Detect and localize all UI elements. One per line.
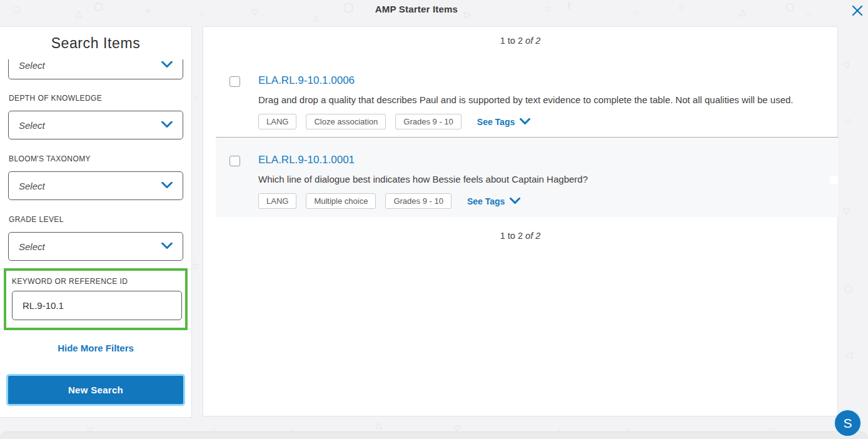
item-tags-row: LANG Multiple choice Grades 9 - 10 See T… bbox=[258, 193, 520, 209]
search-results-panel: 1 to 2 of 2 ELA.RL.9-10.1.0006 Drag and … bbox=[203, 26, 838, 416]
grade-level-select[interactable]: Select bbox=[8, 232, 183, 261]
see-tags-label: See Tags bbox=[477, 117, 515, 127]
tag-pill: Grades 9 - 10 bbox=[395, 114, 462, 129]
sidebar-title: Search Items bbox=[0, 35, 191, 52]
item-title-link[interactable]: ELA.RL.9-10.1.0001 bbox=[258, 154, 355, 166]
item-description: Drag and drop a quality that describes P… bbox=[258, 94, 794, 105]
avatar-initial: S bbox=[843, 416, 852, 431]
pagination-bottom: 1 to 2 of 2 bbox=[203, 231, 837, 241]
item-checkbox[interactable] bbox=[230, 76, 240, 87]
pagination-range: 1 to 2 bbox=[500, 36, 525, 46]
amp-starter-items-modal: □△⬡≈○▽△⬡▷□⌇○□△⬡□◁○▽⬡◁○▽□△▽○□⬡△□ AMP Star… bbox=[0, 0, 868, 439]
tag-pill: LANG bbox=[258, 193, 296, 209]
pattern-shape: △ bbox=[375, 420, 382, 429]
annotation-highlight-box: KEYWORD OR REFERENCE ID bbox=[4, 268, 188, 330]
chevron-down-icon bbox=[161, 119, 173, 131]
clipped-filter-select-viewport: Select bbox=[8, 59, 183, 80]
pagination-range: 1 to 2 bbox=[500, 231, 525, 241]
search-filters-sidebar: Search Items Select DEPTH OF KNOWLEDGE S… bbox=[0, 26, 192, 418]
see-tags-label: See Tags bbox=[467, 196, 505, 206]
clipped-filter-select[interactable]: Select bbox=[8, 59, 183, 79]
chevron-down-icon bbox=[515, 117, 530, 127]
item-tags-row: LANG Cloze association Grades 9 - 10 See… bbox=[258, 114, 530, 129]
chevron-down-icon bbox=[161, 59, 173, 71]
blooms-taxonomy-select[interactable]: Select bbox=[8, 171, 183, 200]
new-search-button[interactable]: New Search bbox=[8, 376, 183, 404]
scrollbar-notch bbox=[829, 176, 838, 184]
select-placeholder: Select bbox=[19, 120, 45, 131]
page-title: AMP Starter Items bbox=[0, 4, 833, 14]
select-placeholder: Select bbox=[19, 60, 45, 71]
select-placeholder: Select bbox=[19, 241, 45, 252]
tag-pill: LANG bbox=[258, 114, 296, 129]
close-icon bbox=[851, 4, 864, 19]
pagination-total: of 2 bbox=[525, 231, 540, 241]
item-checkbox[interactable] bbox=[230, 156, 240, 166]
pattern-shape: ○ bbox=[194, 94, 198, 101]
pagination-total: of 2 bbox=[525, 36, 540, 46]
footer-band bbox=[0, 431, 868, 439]
tag-pill: Cloze association bbox=[306, 114, 386, 129]
pattern-shape: ▽ bbox=[193, 263, 198, 270]
select-placeholder: Select bbox=[19, 181, 45, 191]
keyword-or-reference-id-label: KEYWORD OR REFERENCE ID bbox=[12, 277, 128, 286]
pattern-shape: ○ bbox=[845, 116, 850, 124]
tag-pill: Grades 9 - 10 bbox=[385, 193, 452, 209]
chevron-down-icon bbox=[161, 180, 173, 191]
item-title-link[interactable]: ELA.RL.9-10.1.0006 bbox=[258, 74, 355, 87]
user-avatar-button[interactable]: S bbox=[834, 409, 862, 437]
chevron-down-icon bbox=[161, 241, 173, 252]
item-description: Which line of dialogue best indicates ho… bbox=[258, 174, 588, 184]
grade-level-label: GRADE LEVEL bbox=[9, 215, 64, 224]
blooms-taxonomy-label: BLOOM'S TAXONOMY bbox=[9, 154, 91, 163]
pattern-shape: ◁ bbox=[842, 59, 849, 68]
hide-more-filters-link[interactable]: Hide More Filters bbox=[0, 343, 191, 353]
pattern-shape: ⬡ bbox=[844, 285, 853, 295]
close-button[interactable] bbox=[848, 2, 867, 21]
pattern-shape: ▽ bbox=[843, 206, 850, 215]
tag-pill: Multiple choice bbox=[306, 193, 376, 209]
see-tags-button[interactable]: See Tags bbox=[477, 117, 530, 127]
depth-of-knowledge-label: DEPTH OF KNOWLEDGE bbox=[9, 94, 102, 103]
chevron-down-icon bbox=[505, 196, 520, 206]
pattern-shape: △ bbox=[313, 14, 318, 21]
keyword-or-reference-id-input[interactable] bbox=[12, 291, 182, 320]
see-tags-button[interactable]: See Tags bbox=[467, 196, 520, 206]
depth-of-knowledge-select[interactable]: Select bbox=[8, 111, 183, 139]
pagination-top: 1 to 2 of 2 bbox=[203, 36, 837, 46]
pattern-shape: ◁ bbox=[845, 350, 852, 359]
